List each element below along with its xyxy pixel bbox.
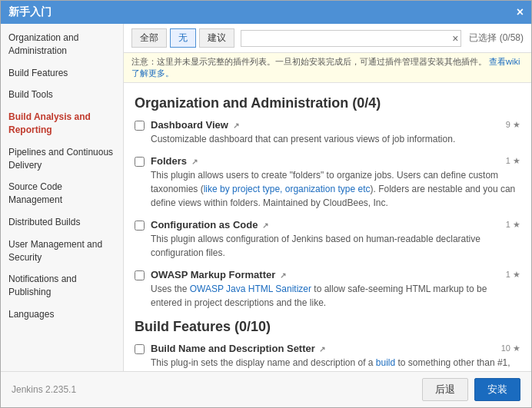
plugin-desc-build-name: This plug-in sets the display name and d… (151, 356, 520, 371)
plugin-checkbox-dashboard[interactable] (135, 121, 145, 131)
plugin-name-row-build-name: Build Name and Description Setter ↗ 10 ★ (151, 343, 520, 354)
plugin-checkbox-owasp[interactable] (135, 270, 145, 280)
sidebar-item-org-admin[interactable]: Organization and Administration (1, 27, 123, 62)
search-clear-icon[interactable]: × (452, 32, 458, 45)
plugin-desc-config-as-code: This plugin allows configuration of Jenk… (151, 232, 520, 260)
external-link-icon: ↗ (191, 158, 198, 166)
build-link[interactable]: build (376, 357, 395, 368)
plugin-item-config-as-code: Configuration as Code ↗ 1 ★ This plugin … (135, 219, 520, 260)
sidebar: Organization and Administration Build Fe… (1, 24, 124, 371)
plugin-item-folders: Folders ↗ 1 ★ This plugin allows users t… (135, 155, 520, 210)
tab-none[interactable]: 无 (170, 28, 196, 48)
owasp-link[interactable]: OWASP Java HTML Sanitizer (190, 284, 311, 294)
sidebar-item-build-analysis[interactable]: Build Analysis and Reporting (1, 106, 123, 141)
plugin-desc-dashboard: Customizable dashboard that can present … (151, 132, 520, 146)
sidebar-item-pipelines[interactable]: Pipelines and Continuous Delivery (1, 141, 123, 177)
plugin-checkbox-folders[interactable] (135, 157, 145, 167)
dialog-header: 新手入门 × (1, 1, 531, 24)
sidebar-item-source-code[interactable]: Source Code Management (1, 176, 123, 211)
install-button[interactable]: 安装 (474, 378, 520, 401)
external-link-icon: ↗ (319, 345, 325, 353)
plugin-checkbox-config-as-code[interactable] (135, 221, 145, 231)
dialog-title: 新手入门 (8, 5, 52, 19)
plugin-name-row-dashboard: Dashboard View ↗ 9 ★ (151, 119, 520, 131)
sidebar-item-user-mgmt[interactable]: User Management and Security (1, 234, 123, 269)
search-input[interactable] (241, 30, 461, 47)
main-content: 全部 无 建议 × 已选择 (0/58) 注意：这里并未显示完整的插件列表。一旦… (124, 24, 531, 371)
plugin-info-dashboard: Dashboard View ↗ 9 ★ Customizable dashbo… (151, 119, 520, 146)
plugin-name-row-config-as-code: Configuration as Code ↗ 1 ★ (151, 219, 520, 231)
section-title-build-features: Build Features (0/10) (135, 319, 520, 335)
close-icon[interactable]: × (517, 6, 524, 18)
plugin-info-config-as-code: Configuration as Code ↗ 1 ★ This plugin … (151, 219, 520, 260)
plugin-item-dashboard: Dashboard View ↗ 9 ★ Customizable dashbo… (135, 119, 520, 146)
sidebar-item-languages[interactable]: Languages (1, 304, 123, 326)
plugin-info-folders: Folders ↗ 1 ★ This plugin allows users t… (151, 155, 520, 210)
section-title-org: Organization and Administration (0/4) (135, 95, 520, 111)
plugin-item-build-name: Build Name and Description Setter ↗ 10 ★… (135, 343, 520, 371)
external-link-icon: ↗ (262, 221, 268, 230)
dialog-body: Organization and Administration Build Fe… (1, 24, 531, 371)
plugin-info-build-name: Build Name and Description Setter ↗ 10 ★… (151, 343, 520, 371)
search-box: × (241, 30, 461, 47)
toolbar: 全部 无 建议 × 已选择 (0/58) (124, 24, 531, 53)
external-link-icon: ↗ (233, 121, 239, 130)
plugin-desc-folders: This plugin allows users to create "fold… (151, 168, 520, 210)
notice-text: 注意：这里并未显示完整的插件列表。一旦初始安装完成后，可通过插件管理器安装其他插… (131, 57, 487, 66)
tab-suggest[interactable]: 建议 (199, 28, 234, 48)
external-link-icon: ↗ (280, 271, 286, 280)
plugin-info-owasp: OWASP Markup Formatter ↗ 1 ★ Uses the OW… (151, 269, 520, 310)
version-label: Jenkins 2.235.1 (12, 384, 76, 395)
plugin-item-owasp: OWASP Markup Formatter ↗ 1 ★ Uses the OW… (135, 269, 520, 310)
plugin-desc-owasp: Uses the OWASP Java HTML Sanitizer to al… (151, 282, 520, 310)
plugin-name-row-owasp: OWASP Markup Formatter ↗ 1 ★ (151, 269, 520, 280)
dialog-footer: Jenkins 2.235.1 后退 安装 (1, 371, 531, 407)
sidebar-item-distributed-builds[interactable]: Distributed Builds (1, 211, 123, 234)
tab-all[interactable]: 全部 (131, 28, 167, 48)
back-button[interactable]: 后退 (422, 378, 468, 401)
link-project-type[interactable]: like by project type, organization type … (204, 184, 371, 194)
sidebar-item-notifications[interactable]: Notifications and Publishing (1, 268, 123, 304)
notice-bar: 注意：这里并未显示完整的插件列表。一旦初始安装完成后，可通过插件管理器安装其他插… (124, 53, 531, 83)
plugin-list: Organization and Administration (0/4) Da… (124, 83, 531, 371)
sidebar-item-build-features[interactable]: Build Features (1, 62, 123, 85)
dialog: 新手入门 × Organization and Administration B… (0, 0, 532, 408)
plugin-checkbox-build-name[interactable] (135, 344, 145, 354)
plugin-name-row-folders: Folders ↗ 1 ★ (151, 155, 520, 167)
sidebar-item-build-tools[interactable]: Build Tools (1, 84, 123, 106)
selected-count: 已选择 (0/58) (469, 32, 524, 45)
